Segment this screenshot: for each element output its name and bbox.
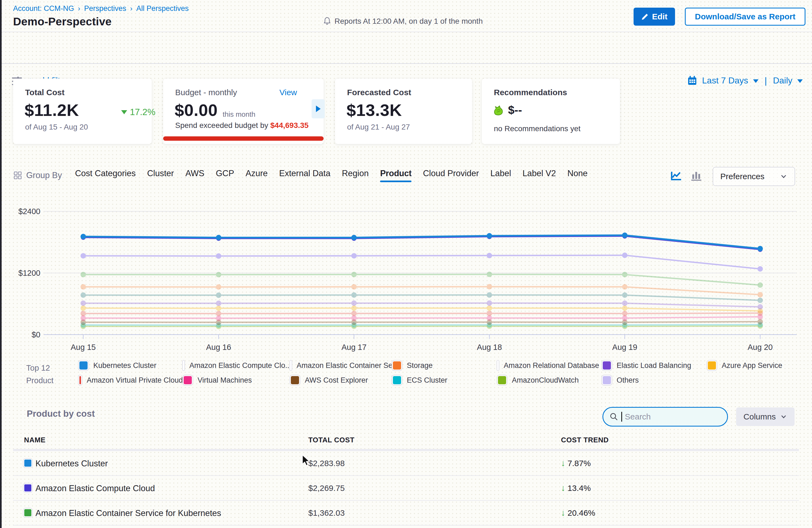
money-bag-icon (493, 104, 504, 116)
legend-swatch (602, 375, 612, 385)
svg-text:Aug 17: Aug 17 (341, 343, 366, 352)
legend-item[interactable]: Storage (392, 360, 497, 371)
tab-product[interactable]: Product (380, 168, 411, 182)
table-body: Kubernetes Cluster$2,283.98↓7.87%Amazon … (13, 451, 799, 526)
edit-button[interactable]: Edit (634, 8, 675, 26)
table-header-divider (13, 449, 799, 451)
legend-title: Top 12 Product (26, 362, 54, 387)
total-cost-period: of Aug 15 - Aug 20 (25, 123, 88, 131)
breadcrumb-all-perspectives[interactable]: All Perspectives (136, 4, 189, 13)
legend-swatch (183, 375, 193, 385)
total-cost-trend: 17.2% (121, 107, 156, 117)
row-cost-trend: ↓7.87% (561, 458, 591, 468)
legend-item[interactable]: Amazon Relational Database ... (497, 360, 602, 371)
legend-label: ECS Cluster (407, 376, 448, 384)
recommendations-value-row: $-- (493, 104, 522, 117)
page-title: Demo-Perspective (13, 15, 112, 28)
series-amazon-virtual-private-cloud (81, 310, 763, 317)
legend-swatch (602, 361, 612, 370)
legend-item[interactable]: Elastic Load Balancing (602, 360, 707, 371)
forecasted-cost-label: Forecasted Cost (347, 88, 411, 97)
row-color-swatch (24, 484, 32, 492)
legend-item[interactable]: Amazon Virtual Private Cloud (78, 375, 183, 386)
row-color-swatch (24, 459, 32, 467)
row-cost-trend: ↓13.4% (561, 483, 591, 493)
reports-schedule-note: Reports At 12:00 AM, on day 1 of the mon… (323, 17, 483, 26)
budget-value: $0.00 (175, 100, 218, 120)
chevron-down-icon (797, 79, 803, 83)
table-row[interactable]: Amazon Elastic Compute Cloud$2,269.75↓13… (13, 476, 799, 501)
total-cost-label: Total Cost (25, 88, 64, 97)
tab-external-data[interactable]: External Data (279, 168, 330, 182)
search-placeholder: Search (625, 412, 651, 421)
legend-item[interactable]: Amazon Elastic Container Se... (290, 360, 392, 371)
search-input[interactable]: Search (603, 407, 728, 427)
legend-item[interactable]: ECS Cluster (392, 375, 497, 386)
text-caret (621, 412, 622, 422)
forecasted-cost-card: Forecasted Cost $13.3K of Aug 21 - Aug 2… (335, 78, 472, 144)
legend-item[interactable]: AWS Cost Explorer (290, 375, 392, 386)
svg-text:Aug 18: Aug 18 (477, 343, 502, 352)
bar-chart-icon[interactable] (690, 170, 702, 182)
row-name: Kubernetes Cluster (35, 459, 108, 469)
breadcrumb-perspectives[interactable]: Perspectives (84, 4, 126, 13)
tab-azure[interactable]: Azure (246, 168, 268, 182)
column-header-name[interactable]: NAME (24, 436, 46, 444)
tab-label[interactable]: Label (490, 168, 511, 182)
legend-label: Storage (407, 361, 433, 370)
breadcrumb-account[interactable]: Account: CCM-NG (13, 4, 74, 13)
legend-label: Kubernetes Cluster (93, 361, 156, 370)
granularity-selector[interactable]: Daily (773, 75, 792, 86)
line-chart-icon[interactable] (670, 170, 683, 182)
trend-down-arrow-icon: ↓ (561, 508, 565, 518)
recommendations-note: no Recommendations yet (494, 124, 581, 133)
date-range-selector[interactable]: Last 7 Days (702, 75, 748, 86)
table-row[interactable]: Kubernetes Cluster$2,283.98↓7.87% (13, 451, 799, 476)
tab-label-v2[interactable]: Label V2 (522, 168, 556, 182)
legend-item[interactable]: Virtual Machines (183, 375, 290, 386)
breadcrumb: Account: CCM-NG › Perspectives › All Per… (13, 4, 189, 13)
tab-region[interactable]: Region (342, 168, 368, 182)
breadcrumb-chevron-icon: › (78, 4, 81, 13)
edit-button-label: Edit (652, 12, 668, 21)
series-kubernetes-cluster (81, 233, 763, 251)
row-cost-trend: ↓20.46% (561, 508, 595, 518)
reports-note-text: Reports At 12:00 AM, on day 1 of the mon… (334, 17, 483, 26)
legend-item[interactable]: Amazon Elastic Compute Clo... (183, 360, 290, 371)
trend-down-arrow-icon: ↓ (561, 458, 565, 468)
legend-swatch (78, 375, 82, 385)
legend-title-line2: Product (26, 374, 54, 387)
columns-button[interactable]: Columns (736, 408, 795, 426)
legend-label: AWS Cost Explorer (305, 376, 368, 384)
budget-view-link[interactable]: View (279, 88, 297, 97)
budget-card: Budget - monthly View $0.00 this month S… (163, 78, 323, 144)
legend-item[interactable]: Others (602, 375, 707, 386)
column-header-total-cost[interactable]: TOTAL COST (308, 436, 354, 444)
row-total-cost: $1,362.03 (308, 508, 345, 518)
legend-item[interactable]: Kubernetes Cluster (78, 360, 183, 371)
group-by-label-text: Group By (26, 171, 62, 180)
series-amazon-elastic-container-service-for-kubernetes (81, 272, 763, 288)
download-save-report-button[interactable]: Download/Save as Report (685, 8, 806, 26)
column-header-cost-trend[interactable]: COST TREND (561, 436, 609, 444)
preferences-dropdown[interactable]: Preferences (713, 167, 795, 186)
budget-next-button[interactable] (311, 99, 325, 118)
legend-item[interactable]: AmazonCloudWatch (497, 375, 602, 386)
svg-text:Aug 16: Aug 16 (206, 343, 231, 352)
tab-aws[interactable]: AWS (185, 168, 204, 182)
tab-cloud-provider[interactable]: Cloud Provider (423, 168, 479, 182)
budget-value-suffix: this month (223, 110, 256, 119)
table-row[interactable]: Amazon Elastic Container Service for Kub… (13, 501, 799, 526)
tab-cluster[interactable]: Cluster (147, 168, 174, 182)
tab-none[interactable]: None (567, 168, 588, 182)
play-arrow-icon (316, 105, 321, 112)
legend-item[interactable]: Azure App Service (707, 360, 782, 371)
tab-gcp[interactable]: GCP (216, 168, 234, 182)
legend-label: Azure App Service (722, 361, 782, 370)
cost-trend-chart[interactable]: $0$1200$2400Aug 15Aug 16Aug 17Aug 18Aug … (0, 201, 812, 358)
tab-cost-categories[interactable]: Cost Categories (75, 168, 135, 182)
recommendations-card: Recommendations $-- no Recommendations y… (482, 78, 620, 144)
recommendations-value: $-- (508, 104, 522, 117)
svg-text:Aug 15: Aug 15 (71, 343, 96, 352)
download-button-label: Download/Save as Report (695, 12, 795, 21)
